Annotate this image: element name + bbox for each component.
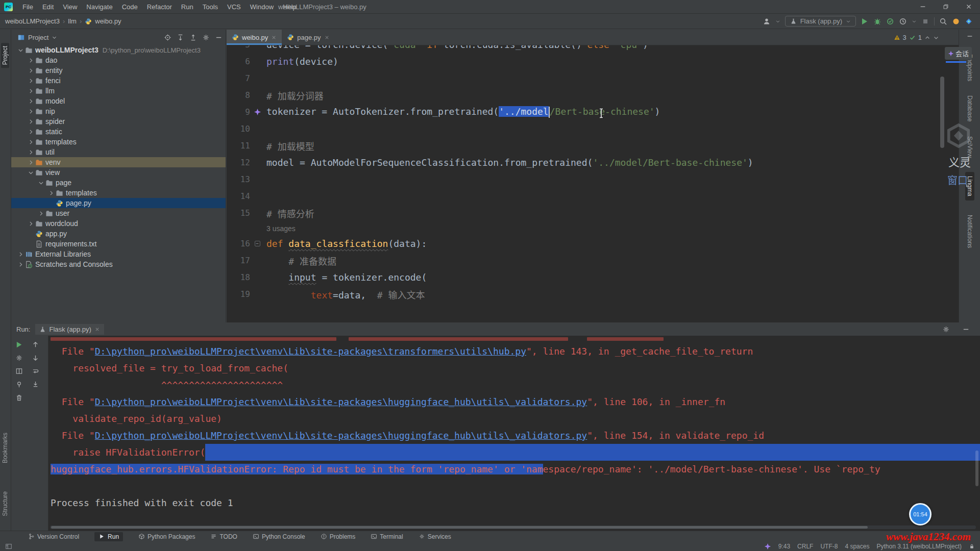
tree-item-llm[interactable]: llm	[11, 86, 226, 96]
close-tab-icon[interactable]	[271, 35, 277, 40]
chevron-right-icon[interactable]	[38, 210, 44, 217]
tree-item-util[interactable]: util	[11, 147, 226, 157]
tool-button-notifications[interactable]: Notifications	[966, 215, 973, 248]
chevron-right-icon[interactable]	[28, 139, 34, 145]
menu-navigate[interactable]: Navigate	[82, 3, 117, 11]
chevron-right-icon[interactable]	[28, 67, 34, 74]
soft-wrap-icon[interactable]	[32, 367, 39, 375]
select-opened-file-icon[interactable]	[164, 34, 172, 41]
menu-view[interactable]: View	[58, 3, 82, 11]
profiler-menu-chevron-icon[interactable]	[912, 19, 917, 24]
down-stack-icon[interactable]	[32, 354, 39, 362]
tool-window-button-terminal[interactable]: Terminal	[371, 533, 403, 540]
tree-item-wordcloud[interactable]: wordcloud	[11, 218, 226, 229]
collapse-all-icon[interactable]	[189, 34, 197, 41]
ai-status-icon[interactable]	[764, 543, 771, 550]
tool-window-button-todo[interactable]: TODO	[210, 533, 237, 540]
debug-button-icon[interactable]	[873, 17, 881, 26]
restore-button[interactable]	[934, 0, 957, 13]
hide-run-panel-icon[interactable]	[962, 325, 970, 333]
lingma-session-tab[interactable]: 会话	[945, 47, 972, 60]
tree-item-venv[interactable]: venv	[11, 157, 226, 167]
chevron-down-icon[interactable]	[17, 47, 24, 54]
file-link[interactable]: D:\python_pro\weiboLLMProject\venv\Lib\s…	[95, 346, 526, 357]
tool-button-database[interactable]: Database	[966, 95, 973, 121]
menu-refactor[interactable]: Refactor	[142, 3, 177, 11]
timer-badge[interactable]: 01:54	[909, 503, 932, 525]
clear-console-icon[interactable]	[15, 394, 23, 402]
close-tab-icon[interactable]	[324, 35, 330, 40]
tool-window-button-run[interactable]: Run	[94, 532, 123, 541]
tool-window-button-python-console[interactable]: Python Console	[253, 533, 305, 540]
run-button-icon[interactable]	[861, 17, 869, 26]
chevron-right-icon[interactable]	[28, 108, 34, 115]
menu-vcs[interactable]: VCS	[223, 3, 246, 11]
user-icon[interactable]	[763, 17, 771, 26]
tree-item-fenci[interactable]: fenci	[11, 76, 226, 86]
editor-scrollbar[interactable]	[940, 77, 944, 148]
close-button[interactable]	[957, 0, 980, 13]
breadcrumb-1[interactable]: llm	[68, 17, 77, 25]
pin-tab-icon[interactable]	[15, 381, 23, 388]
sidebar-item-structure[interactable]: Structure	[2, 491, 9, 516]
indent-size[interactable]: 4 spaces	[845, 543, 869, 550]
inspections-widget[interactable]: 3 1	[894, 34, 939, 41]
code-line[interactable]: 13	[227, 171, 959, 188]
editor-tab-weibo.py[interactable]: weibo.py	[227, 30, 282, 45]
chevron-down-icon[interactable]	[38, 180, 44, 186]
code-line[interactable]: 9tokenizer = AutoTokenizer.from_pretrain…	[227, 104, 959, 120]
chevron-right-icon[interactable]	[28, 98, 34, 105]
minimize-button[interactable]	[911, 0, 934, 13]
project-panel-title[interactable]: Project	[28, 34, 48, 41]
tree-item-scratches-and-consoles[interactable]: Scratches and Consoles	[11, 259, 226, 269]
stop-button-icon[interactable]	[921, 17, 929, 26]
next-issue-icon[interactable]	[933, 35, 939, 41]
chevron-right-icon[interactable]	[17, 251, 24, 258]
tree-item-app.py[interactable]: app.py	[11, 229, 226, 239]
code-line[interactable]: 18 input = tokenizer.encode(	[227, 269, 959, 286]
tree-item-page.py[interactable]: page.py	[11, 198, 226, 208]
file-link[interactable]: D:\python_pro\weiboLLMProject\venv\Lib\s…	[95, 396, 587, 407]
code-line[interactable]: 12model = AutoModelForSequenceClassifica…	[227, 154, 959, 171]
tree-item-external-libraries[interactable]: External Libraries	[11, 249, 226, 259]
code-line[interactable]: 10	[227, 120, 959, 137]
chevron-down-icon[interactable]	[52, 35, 57, 40]
layout-icon[interactable]	[5, 543, 12, 550]
usages-inlay[interactable]: 3 usages	[266, 224, 296, 233]
code-line[interactable]: 16−def data_classfication(data):	[227, 235, 959, 252]
console-vscrollbar[interactable]	[975, 450, 978, 486]
code-line[interactable]: 19 text=data, # 输入文本	[227, 286, 959, 303]
code-line[interactable]: 17 # 准备数据	[227, 252, 959, 269]
tree-item-spider[interactable]: spider	[11, 116, 226, 127]
chevron-right-icon[interactable]	[28, 78, 34, 84]
code-line[interactable]: 11# 加载模型	[227, 137, 959, 154]
menu-window[interactable]: Window	[246, 3, 278, 11]
up-stack-icon[interactable]	[32, 341, 39, 348]
expand-all-icon[interactable]	[177, 34, 184, 41]
profiler-button-icon[interactable]	[899, 17, 907, 26]
chevron-right-icon[interactable]	[48, 190, 55, 196]
tree-item-templates[interactable]: templates	[11, 188, 226, 198]
chevron-right-icon[interactable]	[28, 149, 34, 156]
run-config-selector[interactable]: Flask (app.py)	[785, 16, 856, 27]
interpreter[interactable]: Python 3.11 (weiboLLMProject)	[876, 543, 962, 550]
tool-window-button-problems[interactable]: Problems	[321, 533, 356, 540]
console-settings-icon[interactable]	[15, 354, 23, 362]
code-line[interactable]: 6print(device)	[227, 53, 959, 70]
rerun-icon[interactable]	[15, 341, 23, 348]
search-everywhere-icon[interactable]	[939, 17, 947, 26]
chevron-right-icon[interactable]	[28, 118, 34, 125]
prev-issue-icon[interactable]	[924, 35, 930, 41]
file-link[interactable]: D:\python_pro\weiboLLMProject\venv\Lib\s…	[95, 430, 587, 441]
code-line[interactable]: 15# 情感分析	[227, 205, 959, 221]
chevron-right-icon[interactable]	[28, 129, 34, 135]
chevron-right-icon[interactable]	[28, 57, 34, 64]
coverage-button-icon[interactable]	[886, 17, 894, 26]
tree-item-page[interactable]: page	[11, 178, 226, 188]
menu-run[interactable]: Run	[177, 3, 198, 11]
tree-item-entity[interactable]: entity	[11, 65, 226, 76]
tree-item-view[interactable]: view	[11, 167, 226, 178]
chevron-right-icon[interactable]	[28, 159, 34, 166]
codegeex-icon[interactable]	[952, 17, 960, 26]
tree-item-nip[interactable]: nip	[11, 106, 226, 116]
